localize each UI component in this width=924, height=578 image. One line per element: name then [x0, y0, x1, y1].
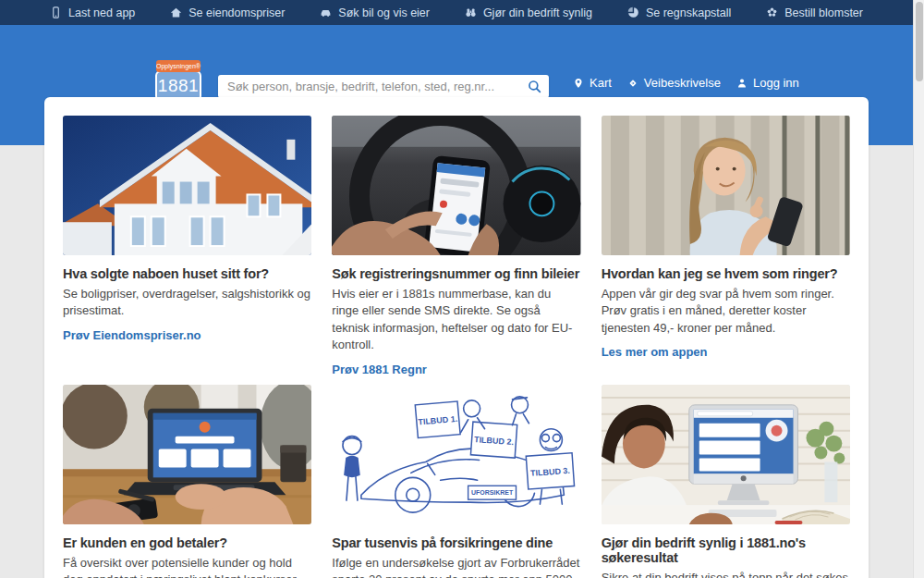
topnav-label: Bestill blomster: [784, 6, 863, 19]
house-icon: [170, 6, 182, 18]
pie-chart-icon: [627, 6, 639, 18]
woman-phone-photo[interactable]: [602, 116, 850, 255]
card-body: Se boligpriser, overdragelser, salgshist…: [63, 286, 311, 320]
user-icon: [736, 78, 748, 89]
link-veibeskrivelse[interactable]: Veibeskrivelse: [627, 76, 721, 90]
card-body: Appen vår gir deg svar på hvem som ringe…: [602, 286, 850, 337]
header-link-label: Veibeskrivelse: [644, 76, 721, 90]
topnav-se-eiendomspriser[interactable]: Se eiendomspriser: [170, 6, 285, 19]
car-phone-photo[interactable]: [332, 116, 580, 255]
car-phone-graphic: [332, 116, 580, 255]
search-button[interactable]: [519, 75, 549, 98]
woman-phone-graphic: [602, 116, 850, 255]
phone-icon: [50, 6, 62, 18]
topnav-sok-bil[interactable]: Søk bil og vis eier: [320, 6, 430, 19]
insurance-illustration[interactable]: UFORSIKRET TILBUD 1. TILBUD 2. TILBUD 3.: [332, 385, 580, 524]
imac-desk-photo[interactable]: [602, 385, 850, 524]
card-body: Ifølge en undersøkelse gjort av Forbruke…: [332, 555, 580, 578]
card-title: Søk registreringsnummer og finn bileier: [332, 266, 580, 281]
topnav-label: Se regnskapstall: [646, 6, 731, 19]
topnav-label: Søk bil og vis eier: [338, 6, 430, 19]
car-icon: [320, 6, 332, 18]
search-bar: [218, 75, 549, 98]
link-kart[interactable]: Kart: [573, 76, 612, 90]
license-plate-text: UFORSIKRET: [471, 489, 514, 496]
card-title: Spar tusenvis på forsikringene dine: [332, 535, 580, 550]
card-link-regnr[interactable]: Prøv 1881 Regnr: [332, 363, 427, 376]
card-god-betaler: Er kunden en god betaler? Få oversikt ov…: [63, 385, 311, 578]
topnav-last-ned-app[interactable]: Last ned app: [50, 6, 135, 19]
topnav-se-regnskapstall[interactable]: Se regnskapstall: [627, 6, 731, 19]
flower-icon: [766, 6, 778, 18]
laptop-desk-graphic: [63, 385, 311, 524]
card-bedrift-synlig: Gjør din bedrift synlig i 1881.no's søke…: [602, 385, 850, 578]
map-pin-icon: [573, 78, 584, 89]
card-title: Hvordan kan jeg se hvem som ringer?: [602, 266, 850, 281]
page-scrollbar-thumb[interactable]: [916, 2, 923, 81]
link-logg-inn[interactable]: Logg inn: [736, 76, 799, 90]
card-title: Gjør din bedrift synlig i 1881.no's søke…: [602, 535, 850, 565]
card-body: Sikre at din bedrift vises på topp når d…: [602, 570, 850, 578]
card-regnr: Søk registreringsnummer og finn bileier …: [332, 116, 580, 377]
topnav-label: Se eiendomspriser: [188, 6, 285, 19]
card-grid: Hva solgte naboen huset sitt for? Se bol…: [63, 116, 850, 578]
laptop-desk-photo[interactable]: [63, 385, 311, 524]
binoculars-icon: [465, 6, 477, 18]
card-body: Hvis eier er i 1881s nummerbase, kan du …: [332, 286, 580, 354]
card-forsikring: UFORSIKRET TILBUD 1. TILBUD 2. TILBUD 3.: [332, 385, 580, 578]
top-utility-bar: Last ned app Se eiendomspriser Søk bil o…: [0, 0, 913, 25]
content-panel: Hva solgte naboen huset sitt for? Se bol…: [44, 97, 869, 578]
header-link-label: Logg inn: [753, 76, 799, 90]
card-hvem-ringer: Hvordan kan jeg se hvem som ringer? Appe…: [602, 116, 850, 377]
logo-badge: Opplysningen®: [156, 60, 201, 72]
topnav-gjor-bedrift-synlig[interactable]: Gjør din bedrift synlig: [465, 6, 592, 19]
topnav-label: Gjør din bedrift synlig: [483, 6, 592, 19]
card-link-eiendomspriser[interactable]: Prøv Eiendomspriser.no: [63, 328, 201, 342]
card-title: Er kunden en god betaler?: [63, 535, 311, 550]
card-eiendomspriser: Hva solgte naboen huset sitt for? Se bol…: [63, 116, 311, 377]
search-input[interactable]: [218, 80, 519, 93]
header-links: Kart Veibeskrivelse Logg inn: [573, 76, 799, 90]
header-link-label: Kart: [590, 76, 612, 90]
page-scrollbar-track[interactable]: [913, 0, 924, 578]
route-icon: [627, 78, 638, 89]
topnav-label: Last ned app: [68, 6, 135, 19]
card-title: Hva solgte naboen huset sitt for?: [63, 266, 311, 281]
insurance-illustration-graphic: UFORSIKRET TILBUD 1. TILBUD 2. TILBUD 3.: [332, 385, 580, 524]
house-photo-graphic: [63, 116, 311, 255]
house-photo[interactable]: [63, 116, 311, 255]
topnav-bestill-blomster[interactable]: Bestill blomster: [766, 6, 863, 19]
search-icon: [528, 80, 541, 93]
card-link-appen[interactable]: Les mer om appen: [602, 345, 708, 359]
imac-desk-graphic: [602, 385, 850, 524]
card-body: Få oversikt over potensielle kunder og h…: [63, 555, 311, 578]
